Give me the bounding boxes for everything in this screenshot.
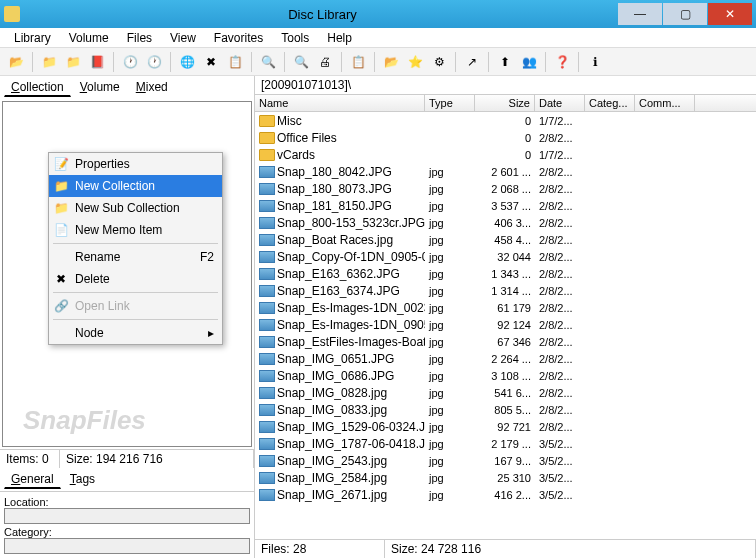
toolbar-button-15[interactable]: ⚙ xyxy=(429,52,449,72)
context-label: Node xyxy=(75,326,104,340)
file-row[interactable]: Snap_Es-Images-1DN_0023-...jpg61 1792/8/… xyxy=(255,299,756,316)
location-input[interactable] xyxy=(4,508,250,524)
toolbar-button-6[interactable]: 🌐 xyxy=(177,52,197,72)
file-row[interactable]: Snap_Copy-Of-1DN_0905-06...jpg32 0442/8/… xyxy=(255,248,756,265)
file-row[interactable]: Snap_IMG_2584.jpgjpg25 3103/5/2... xyxy=(255,469,756,486)
file-row[interactable]: Snap_IMG_2543.jpgjpg167 9...3/5/2... xyxy=(255,452,756,469)
column-header-date[interactable]: Date xyxy=(535,95,585,111)
column-header-size[interactable]: Size xyxy=(475,95,535,111)
file-row[interactable]: Snap_E163_6362.JPGjpg1 343 ...2/8/2... xyxy=(255,265,756,282)
file-row[interactable]: Snap_IMG_0686.JPGjpg3 108 ...2/8/2... xyxy=(255,367,756,384)
maximize-button[interactable]: ▢ xyxy=(663,3,707,25)
context-new-collection[interactable]: 📁New Collection xyxy=(49,175,222,197)
menu-favorites[interactable]: Favorites xyxy=(206,30,271,45)
files-count: Files: 28 xyxy=(255,540,385,558)
toolbar-button-19[interactable]: ❓ xyxy=(552,52,572,72)
window-title: Disc Library xyxy=(28,7,617,22)
file-row[interactable]: vCards01/7/2... xyxy=(255,146,756,163)
toolbar-button-12[interactable]: 📋 xyxy=(348,52,368,72)
toolbar-button-0[interactable]: 📂 xyxy=(6,52,26,72)
toolbar-button-5[interactable]: 🕐 xyxy=(144,52,164,72)
file-size: 67 346 xyxy=(475,336,535,348)
image-icon xyxy=(259,200,275,212)
category-input[interactable] xyxy=(4,538,250,554)
file-row[interactable]: Snap_IMG_0833.jpgjpg805 5...2/8/2... xyxy=(255,401,756,418)
file-date: 2/8/2... xyxy=(535,387,585,399)
context-properties[interactable]: 📝Properties xyxy=(49,153,222,175)
toolbar-button-3[interactable]: 📕 xyxy=(87,52,107,72)
file-name: Snap_IMG_2584.jpg xyxy=(277,471,387,485)
menu-files[interactable]: Files xyxy=(119,30,160,45)
file-row[interactable]: Snap_Boat Races.jpgjpg458 4...2/8/2... xyxy=(255,231,756,248)
menu-tools[interactable]: Tools xyxy=(273,30,317,45)
tab-mixed[interactable]: Mixed xyxy=(129,78,175,97)
context-delete[interactable]: ✖Delete xyxy=(49,268,222,290)
titlebar: Disc Library — ▢ ✕ xyxy=(0,0,756,28)
tab-collection[interactable]: Collection xyxy=(4,78,71,97)
file-date: 3/5/2... xyxy=(535,489,585,501)
minimize-button[interactable]: — xyxy=(618,3,662,25)
toolbar-button-10[interactable]: 🔍 xyxy=(291,52,311,72)
file-row[interactable]: Snap_800-153_5323cr.JPGjpg406 3...2/8/2.… xyxy=(255,214,756,231)
toolbar-button-2[interactable]: 📁 xyxy=(63,52,83,72)
new-memo-icon: 📄 xyxy=(53,222,69,238)
tab-volume[interactable]: Volume xyxy=(73,78,127,97)
toolbar-button-13[interactable]: 📂 xyxy=(381,52,401,72)
column-header-name[interactable]: Name xyxy=(255,95,425,111)
file-date: 2/8/2... xyxy=(535,268,585,280)
file-size: 0 xyxy=(475,132,535,144)
file-row[interactable]: Snap_181_8150.JPGjpg3 537 ...2/8/2... xyxy=(255,197,756,214)
column-header-categ[interactable]: Categ... xyxy=(585,95,635,111)
column-header-comm[interactable]: Comm... xyxy=(635,95,695,111)
file-row[interactable]: Office Files02/8/2... xyxy=(255,129,756,146)
file-date: 2/8/2... xyxy=(535,421,585,433)
toolbar-button-18[interactable]: 👥 xyxy=(519,52,539,72)
toolbar-button-16[interactable]: ↗ xyxy=(462,52,482,72)
file-row[interactable]: Snap_EstFiles-Images-Boat R...jpg67 3462… xyxy=(255,333,756,350)
file-row[interactable]: Snap_180_8073.JPGjpg2 068 ...2/8/2... xyxy=(255,180,756,197)
toolbar-button-20[interactable]: ℹ xyxy=(585,52,605,72)
file-size: 406 3... xyxy=(475,217,535,229)
tab-general[interactable]: General xyxy=(4,470,61,489)
file-name: Snap_IMG_0833.jpg xyxy=(277,403,387,417)
file-date: 1/7/2... xyxy=(535,115,585,127)
toolbar-button-14[interactable]: ⭐ xyxy=(405,52,425,72)
toolbar-button-9[interactable]: 🔍 xyxy=(258,52,278,72)
file-row[interactable]: Misc01/7/2... xyxy=(255,112,756,129)
file-row[interactable]: Snap_E163_6374.JPGjpg1 314 ...2/8/2... xyxy=(255,282,756,299)
context-new-sub-collection[interactable]: 📁New Sub Collection xyxy=(49,197,222,219)
file-name: Snap_IMG_1529-06-0324.JPG xyxy=(277,420,425,434)
toolbar-button-11[interactable]: 🖨 xyxy=(315,52,335,72)
toolbar-button-8[interactable]: 📋 xyxy=(225,52,245,72)
context-rename[interactable]: RenameF2 xyxy=(49,246,222,268)
file-row[interactable]: Snap_IMG_1529-06-0324.JPGjpg92 7212/8/2.… xyxy=(255,418,756,435)
file-type: jpg xyxy=(425,455,475,467)
file-row[interactable]: Snap_Es-Images-1DN_0905-...jpg92 1242/8/… xyxy=(255,316,756,333)
toolbar-button-7[interactable]: ✖ xyxy=(201,52,221,72)
context-new-memo-item[interactable]: 📄New Memo Item xyxy=(49,219,222,241)
context-label: Rename xyxy=(75,250,120,264)
submenu-arrow-icon: ▸ xyxy=(208,326,214,340)
file-row[interactable]: Snap_180_8042.JPGjpg2 601 ...2/8/2... xyxy=(255,163,756,180)
menu-library[interactable]: Library xyxy=(6,30,59,45)
context-label: New Sub Collection xyxy=(75,201,180,215)
menu-view[interactable]: View xyxy=(162,30,204,45)
context-node[interactable]: Node▸ xyxy=(49,322,222,344)
file-row[interactable]: Snap_IMG_0828.jpgjpg541 6...2/8/2... xyxy=(255,384,756,401)
file-type: jpg xyxy=(425,302,475,314)
file-row[interactable]: Snap_IMG_0651.JPGjpg2 264 ...2/8/2... xyxy=(255,350,756,367)
file-type: jpg xyxy=(425,200,475,212)
close-button[interactable]: ✕ xyxy=(708,3,752,25)
file-row[interactable]: Snap_IMG_2671.jpgjpg416 2...3/5/2... xyxy=(255,486,756,503)
file-name: Snap_800-153_5323cr.JPG xyxy=(277,216,425,230)
toolbar-button-4[interactable]: 🕐 xyxy=(120,52,140,72)
column-header-type[interactable]: Type xyxy=(425,95,475,111)
menu-help[interactable]: Help xyxy=(319,30,360,45)
file-row[interactable]: Snap_IMG_1787-06-0418.JPGjpg2 179 ...3/5… xyxy=(255,435,756,452)
toolbar-button-1[interactable]: 📁 xyxy=(39,52,59,72)
tab-tags[interactable]: Tags xyxy=(63,470,102,489)
toolbar-button-17[interactable]: ⬆ xyxy=(495,52,515,72)
file-list[interactable]: Misc01/7/2...Office Files02/8/2...vCards… xyxy=(255,112,756,539)
file-name: Snap_180_8073.JPG xyxy=(277,182,392,196)
menu-volume[interactable]: Volume xyxy=(61,30,117,45)
